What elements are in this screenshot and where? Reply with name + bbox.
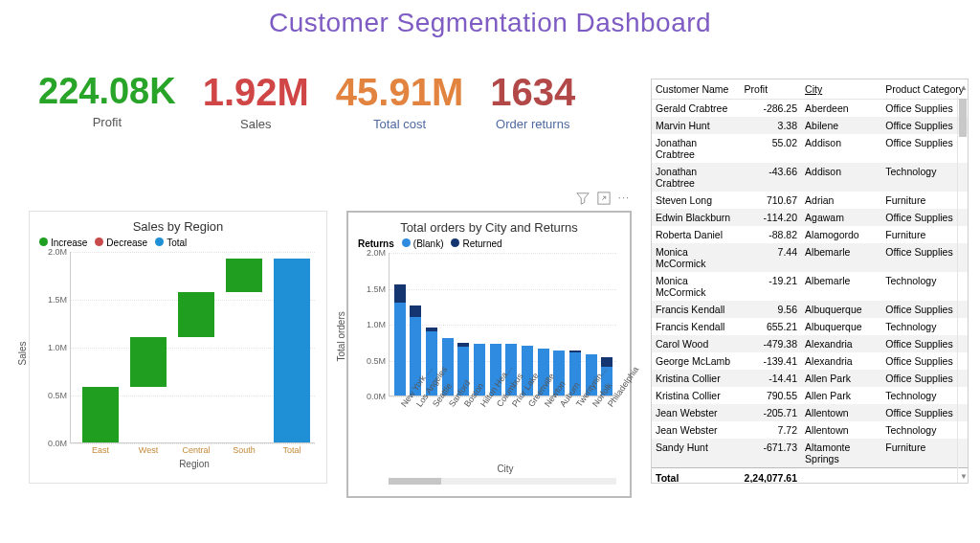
focus-mode-icon[interactable] [597, 192, 611, 207]
bar-returned[interactable] [457, 343, 469, 348]
column-header[interactable]: City [801, 79, 881, 100]
bar-west[interactable] [130, 337, 167, 387]
filter-icon[interactable] [576, 192, 590, 207]
cell-name: Monica McCormick [652, 243, 741, 272]
cell-category: Office Supplies [881, 404, 968, 421]
kpi-totalcost[interactable]: 45.91M Total cost [336, 73, 463, 131]
table-row[interactable]: Kristina Collier790.55Allen ParkTechnolo… [652, 387, 968, 404]
table-row[interactable]: Monica McCormick7.44AlbemarleOffice Supp… [652, 243, 968, 272]
horizontal-scrollbar[interactable] [389, 478, 616, 485]
bar-returned[interactable] [426, 328, 437, 331]
column-header[interactable]: Customer Name [652, 79, 741, 100]
cell-profit: 9.56 [741, 301, 801, 318]
kpi-profit[interactable]: 224.08K Profit [38, 73, 176, 129]
cell-profit: -479.38 [741, 335, 801, 352]
x-axis-label: Region [70, 459, 319, 469]
cell-name: Marvin Hunt [652, 117, 741, 134]
legend-item[interactable]: Total [155, 238, 187, 248]
cell-category: Office Supplies [881, 352, 968, 370]
cell-city: Allentown [801, 404, 881, 421]
scroll-up-icon[interactable]: ▲ [960, 83, 968, 92]
cell-name: Carol Wood [652, 335, 741, 352]
cell-profit: 7.72 [741, 421, 801, 439]
table-row[interactable]: Francis Kendall9.56AlbuquerqueOffice Sup… [652, 301, 968, 318]
table-row[interactable]: Kristina Collier-14.41Allen ParkOffice S… [652, 370, 968, 387]
cell-profit: 55.02 [741, 134, 801, 163]
table-row[interactable]: Jonathan Crabtree55.02AddisonOffice Supp… [652, 134, 968, 163]
y-tick: 1.5M [357, 284, 386, 294]
table-row[interactable]: George McLamb-139.41AlexandriaOffice Sup… [652, 352, 968, 370]
cell-city: Albuquerque [801, 318, 881, 335]
cell-name: Francis Kendall [652, 318, 741, 335]
bar-blank[interactable] [394, 303, 406, 396]
chart-sales-by-region[interactable]: Sales by Region IncreaseDecreaseTotal Sa… [29, 211, 327, 484]
customer-table[interactable]: Customer NameProfitCityProduct Category … [651, 79, 969, 484]
scroll-thumb[interactable] [959, 99, 967, 137]
bar-returned[interactable] [410, 305, 421, 316]
bar-east[interactable] [82, 387, 119, 442]
table-row[interactable]: Marvin Hunt3.38AbileneOffice Supplies [652, 117, 968, 134]
cell-profit: -671.73 [741, 439, 801, 468]
cell-city: Allen Park [801, 387, 881, 404]
bar-returned[interactable] [569, 351, 581, 352]
more-options-icon[interactable]: ··· [618, 192, 630, 207]
bar-returned[interactable] [394, 284, 406, 303]
cell-name: Monica McCormick [652, 272, 741, 301]
table-row[interactable]: Monica McCormick-19.21AlbemarleTechnolog… [652, 272, 968, 301]
table-row[interactable]: Edwin Blackburn-114.20AgawamOffice Suppl… [652, 209, 968, 226]
table-row[interactable]: Francis Kendall655.21AlbuquerqueTechnolo… [652, 318, 968, 335]
cell-name: Sandy Hunt [652, 439, 741, 468]
y-tick: 1.5M [38, 295, 67, 305]
table-row[interactable]: Gerald Crabtree-286.25AberdeenOffice Sup… [652, 100, 968, 118]
cell-city: Albuquerque [801, 301, 881, 318]
legend-item[interactable]: (Blank) [402, 238, 444, 249]
cell-profit: -19.21 [741, 272, 801, 301]
x-tick: Central [174, 445, 218, 455]
cell-category: Office Supplies [881, 117, 968, 134]
chart-orders-by-city[interactable]: ··· Total orders by City and Returns Ret… [346, 211, 632, 498]
chart-legend: IncreaseDecreaseTotal [39, 238, 319, 248]
table-row[interactable]: Jonathan Crabtree-43.66AddisonTechnology [652, 163, 968, 192]
kpi-profit-label: Profit [93, 115, 122, 129]
table-row[interactable]: Jean Webster7.72AllentownTechnology [652, 421, 968, 439]
bar-total[interactable] [274, 259, 310, 442]
kpi-returns[interactable]: 1634 Order returns [490, 73, 575, 131]
table-row[interactable]: Carol Wood-479.38AlexandriaOffice Suppli… [652, 335, 968, 352]
scroll-down-icon[interactable]: ▼ [960, 472, 968, 481]
cell-city: Allen Park [801, 370, 881, 387]
kpi-sales[interactable]: 1.92M Sales [203, 73, 309, 131]
cell-name: Kristina Collier [652, 387, 741, 404]
cell-profit: -286.25 [741, 100, 801, 118]
cell-profit: -139.41 [741, 352, 801, 370]
chart-legend: Returns(Blank)Returned [358, 238, 622, 249]
kpi-returns-label: Order returns [496, 117, 569, 131]
table-row[interactable]: Roberta Daniel-88.82AlamogordoFurniture [652, 226, 968, 243]
cell-city: Addison [801, 163, 881, 192]
cell-profit: -205.71 [741, 404, 801, 421]
page-title: Customer Segmentation Dashboard [0, 0, 980, 44]
cell-city: Aberdeen [801, 100, 881, 118]
cell-category: Technology [881, 318, 968, 335]
table-row[interactable]: Steven Long710.67AdrianFurniture [652, 192, 968, 209]
cell-category: Technology [881, 163, 968, 192]
column-header[interactable]: Product Category [881, 79, 968, 100]
cell-profit: -88.82 [741, 226, 801, 243]
cell-category: Furniture [881, 439, 968, 468]
legend-item[interactable]: Decrease [95, 238, 147, 248]
cell-profit: -114.20 [741, 209, 801, 226]
cell-name: George McLamb [652, 352, 741, 370]
legend-item[interactable]: Returned [451, 238, 501, 249]
cell-profit: 3.38 [741, 117, 801, 134]
cell-category: Technology [881, 421, 968, 439]
column-header[interactable]: Profit [741, 79, 801, 100]
bar-central[interactable] [178, 292, 214, 337]
y-tick: 1.0M [38, 343, 67, 352]
cell-name: Steven Long [652, 192, 741, 209]
total-value: 2,24,077.61 [741, 468, 801, 485]
cell-category: Office Supplies [881, 243, 968, 272]
vertical-scrollbar[interactable]: ▲ ▼ [957, 97, 968, 483]
bar-south[interactable] [226, 259, 262, 292]
cell-city: Allentown [801, 421, 881, 439]
table-row[interactable]: Sandy Hunt-671.73Altamonte SpringsFurnit… [652, 439, 968, 468]
table-row[interactable]: Jean Webster-205.71AllentownOffice Suppl… [652, 404, 968, 421]
